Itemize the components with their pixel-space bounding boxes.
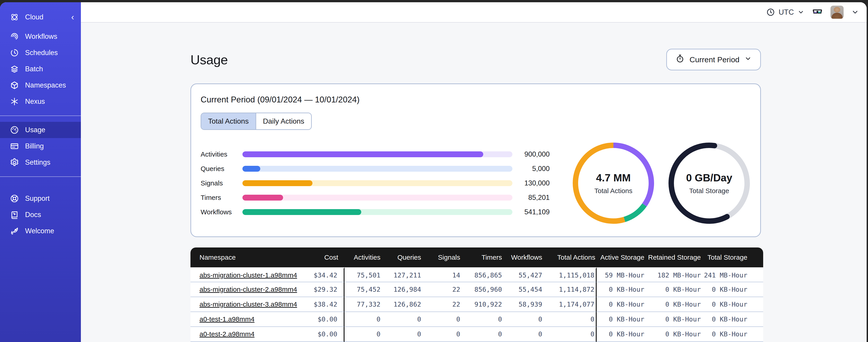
sidebar-item-workflows[interactable]: Workflows bbox=[0, 28, 81, 45]
sidebar-item-label: Schedules bbox=[25, 49, 58, 57]
cell-active_storage: 0 KB-Hour bbox=[597, 297, 646, 312]
column-header-activities: Activities bbox=[344, 247, 382, 267]
sidebar-item-billing[interactable]: Billing bbox=[0, 138, 81, 154]
cell-active_storage: 0 KB-Hour bbox=[597, 282, 646, 297]
sidebar-item-label: Docs bbox=[25, 211, 41, 219]
usage-bar-row: Activities900,000 bbox=[200, 147, 550, 162]
sidebar-item-label: Workflows bbox=[25, 33, 57, 41]
sidebar-collapse-icon[interactable]: ‹ bbox=[71, 13, 74, 22]
cell-queries: 127,211 bbox=[382, 267, 423, 282]
sidebar-item-schedules[interactable]: Schedules bbox=[0, 45, 81, 61]
cell-active_storage: 59 MB-Hour bbox=[597, 267, 646, 282]
cell-total_storage: 0 KB-Hour bbox=[702, 297, 763, 312]
cell-retained_storage: 0 KB-Hour bbox=[646, 297, 702, 312]
bar-fill bbox=[242, 180, 312, 186]
period-selector-label: Current Period bbox=[689, 55, 739, 64]
bar-track bbox=[242, 195, 513, 201]
cell-total_actions: 1,114,872 bbox=[544, 282, 597, 297]
cell-cost: $38.42 bbox=[314, 297, 344, 312]
usage-bar-row: Queries5,000 bbox=[200, 162, 550, 176]
tab-total-actions[interactable]: Total Actions bbox=[201, 113, 256, 129]
cell-queries: 0 bbox=[382, 327, 423, 342]
cell-cost: $29.32 bbox=[314, 282, 344, 297]
top-bar: UTC bbox=[81, 2, 867, 23]
bar-label: Activities bbox=[200, 150, 242, 158]
feedback-glasses-icon[interactable] bbox=[812, 7, 823, 18]
sidebar-item-welcome[interactable]: Welcome bbox=[0, 223, 81, 239]
table-header-row: NamespaceCostActivitiesQueriesSignalsTim… bbox=[190, 247, 763, 267]
current-period-card: Current Period (09/01/2024 — 10/01/2024)… bbox=[190, 83, 761, 237]
sidebar-item-label: Batch bbox=[25, 65, 43, 73]
support-lifebuoy-icon bbox=[10, 194, 19, 203]
usage-bar-row: Signals130,000 bbox=[200, 176, 550, 191]
sidebar-item-settings[interactable]: Settings bbox=[0, 154, 81, 171]
clock-icon bbox=[766, 8, 775, 16]
table-row: abs-migration-cluster-2.a98mm4$29.3275,4… bbox=[190, 282, 763, 297]
cell-workflows: 0 bbox=[503, 327, 544, 342]
namespace-link[interactable]: a0-test-1.a98mm4 bbox=[199, 315, 254, 323]
account-chevron-down-icon[interactable] bbox=[851, 8, 859, 16]
namespace-link[interactable]: abs-migration-cluster-2.a98mm4 bbox=[199, 285, 297, 293]
sidebar-item-docs[interactable]: Docs bbox=[0, 207, 81, 223]
sidebar-spacer bbox=[0, 183, 81, 191]
bar-fill bbox=[242, 151, 483, 157]
cell-namespace: abs-migration-cluster-3.a98mm4 bbox=[190, 297, 314, 312]
cell-timers: 856,865 bbox=[462, 267, 503, 282]
cell-signals: 22 bbox=[423, 297, 462, 312]
temporal-logo-icon bbox=[10, 13, 19, 22]
cell-signals: 22 bbox=[423, 282, 462, 297]
timezone-label: UTC bbox=[778, 8, 794, 16]
cell-cost: $0.00 bbox=[314, 312, 344, 327]
chevron-down-icon bbox=[744, 55, 752, 64]
bar-value: 900,000 bbox=[513, 150, 550, 158]
cell-total_storage: 241 MB-Hour bbox=[702, 267, 763, 282]
sidebar-item-support[interactable]: Support bbox=[0, 191, 81, 207]
avatar[interactable] bbox=[831, 6, 844, 19]
page-title: Usage bbox=[190, 52, 228, 67]
bar-track bbox=[242, 151, 513, 157]
cell-signals: 0 bbox=[423, 312, 462, 327]
cell-total_actions: 1,174,077 bbox=[544, 297, 597, 312]
sidebar-divider bbox=[0, 176, 81, 177]
main-area: UTC bbox=[81, 2, 867, 342]
sidebar-item-cloud[interactable]: Cloud ‹ bbox=[0, 9, 81, 25]
sidebar-item-batch[interactable]: Batch bbox=[0, 61, 81, 77]
app-window: Cloud ‹ Workflows Schedules bbox=[0, 2, 867, 342]
table-row: a0-test-1.a98mm4$0.000000000 KB-Hour0 KB… bbox=[190, 312, 763, 327]
stopwatch-icon bbox=[676, 54, 685, 65]
cell-signals: 0 bbox=[423, 327, 462, 342]
timezone-picker[interactable]: UTC bbox=[766, 8, 804, 16]
column-header-signals: Signals bbox=[423, 247, 462, 267]
cell-active_storage: 0 KB-Hour bbox=[597, 327, 646, 342]
tab-daily-actions[interactable]: Daily Actions bbox=[256, 113, 311, 129]
table-row: abs-migration-cluster-1.a98mm4$34.4275,5… bbox=[190, 267, 763, 282]
billing-card-icon bbox=[10, 142, 19, 151]
namespace-link[interactable]: abs-migration-cluster-1.a98mm4 bbox=[199, 271, 297, 279]
period-selector-button[interactable]: Current Period bbox=[666, 49, 761, 70]
bar-label: Timers bbox=[200, 194, 242, 201]
usage-donuts: 4.7 MM Total Actions 0 GB/Day Total Stor… bbox=[571, 141, 751, 225]
namespace-link[interactable]: a0-test-2.a98mm4 bbox=[199, 330, 254, 338]
cell-workflows: 55,427 bbox=[503, 267, 544, 282]
sidebar-item-nexus[interactable]: Nexus bbox=[0, 93, 81, 110]
namespace-link[interactable]: abs-migration-cluster-3.a98mm4 bbox=[199, 301, 297, 308]
bar-label: Workflows bbox=[200, 208, 242, 216]
usage-page: Usage Current Period Cu bbox=[81, 23, 867, 342]
total-storage-donut: 0 GB/Day Total Storage bbox=[667, 141, 751, 225]
cell-workflows: 58,939 bbox=[503, 297, 544, 312]
sidebar-divider bbox=[0, 115, 81, 116]
column-header-queries: Queries bbox=[382, 247, 423, 267]
sidebar-item-namespaces[interactable]: Namespaces bbox=[0, 77, 81, 93]
sidebar-item-label: Support bbox=[25, 195, 50, 203]
total-storage-caption: Total Storage bbox=[689, 187, 729, 195]
sidebar-item-label: Cloud bbox=[25, 13, 43, 21]
cell-timers: 0 bbox=[462, 327, 503, 342]
sidebar-item-usage[interactable]: Usage bbox=[0, 122, 81, 138]
bar-fill bbox=[242, 166, 260, 172]
cell-activities: 0 bbox=[344, 312, 382, 327]
column-header-active_storage: Active Storage bbox=[597, 247, 646, 267]
cell-active_storage: 0 KB-Hour bbox=[597, 312, 646, 327]
cell-queries: 126,984 bbox=[382, 282, 423, 297]
bar-label: Signals bbox=[200, 179, 242, 187]
column-header-cost: Cost bbox=[314, 247, 344, 267]
